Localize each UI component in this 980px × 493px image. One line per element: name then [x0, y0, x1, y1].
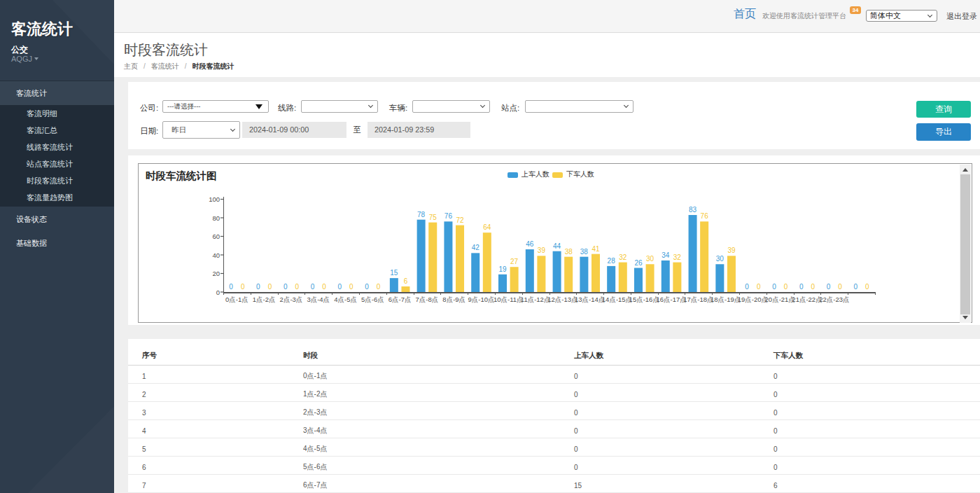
svg-text:0: 0: [838, 283, 842, 291]
svg-text:27: 27: [510, 258, 519, 265]
svg-text:0: 0: [811, 283, 816, 291]
svg-text:0: 0: [772, 283, 776, 291]
svg-text:32: 32: [673, 254, 682, 261]
svg-text:20: 20: [212, 270, 220, 277]
svg-text:0: 0: [284, 283, 288, 291]
svg-text:0: 0: [799, 283, 804, 291]
svg-text:7点-8点: 7点-8点: [416, 296, 439, 303]
svg-text:32: 32: [619, 254, 627, 261]
svg-text:0: 0: [311, 283, 315, 291]
svg-text:0: 0: [241, 283, 245, 291]
svg-text:1点-2点: 1点-2点: [253, 296, 276, 303]
svg-text:0: 0: [745, 283, 749, 291]
svg-text:30: 30: [716, 255, 724, 263]
svg-text:39: 39: [538, 246, 546, 254]
svg-text:83: 83: [689, 206, 697, 214]
svg-text:38: 38: [565, 248, 573, 256]
svg-text:0: 0: [854, 283, 858, 291]
svg-text:0: 0: [229, 283, 233, 291]
svg-text:19点-20点: 19点-20点: [738, 296, 768, 303]
svg-text:15: 15: [390, 269, 398, 277]
svg-text:44: 44: [553, 242, 561, 250]
svg-text:0: 0: [377, 283, 381, 291]
svg-text:39: 39: [727, 246, 736, 254]
svg-text:78: 78: [417, 211, 426, 218]
svg-text:2点-3点: 2点-3点: [280, 296, 303, 303]
svg-text:75: 75: [429, 214, 438, 221]
svg-text:38: 38: [580, 248, 589, 256]
svg-text:6: 6: [404, 277, 408, 285]
svg-text:30: 30: [646, 255, 654, 263]
svg-text:0: 0: [784, 283, 788, 291]
svg-text:13点-14点: 13点-14点: [575, 296, 605, 303]
svg-text:16点-17点: 16点-17点: [656, 296, 686, 303]
svg-text:42: 42: [472, 244, 480, 251]
svg-text:0: 0: [268, 283, 272, 291]
svg-text:28: 28: [608, 257, 616, 265]
svg-text:6点-7点: 6点-7点: [388, 296, 412, 303]
svg-text:4点-5点: 4点-5点: [334, 296, 357, 303]
svg-text:21点-22点: 21点-22点: [792, 296, 822, 303]
svg-text:60: 60: [212, 232, 220, 240]
svg-text:15点-16点: 15点-16点: [629, 296, 659, 303]
svg-text:3点-4点: 3点-4点: [307, 296, 330, 303]
svg-text:0: 0: [365, 283, 369, 291]
svg-text:5点-6点: 5点-6点: [361, 296, 384, 303]
svg-text:11点-12点: 11点-12点: [521, 296, 551, 303]
svg-text:12点-13点: 12点-13点: [547, 296, 578, 303]
svg-text:20点-21点: 20点-21点: [765, 296, 795, 303]
svg-text:72: 72: [456, 216, 464, 224]
svg-text:64: 64: [483, 223, 491, 231]
svg-text:0: 0: [349, 283, 354, 291]
svg-text:0: 0: [256, 283, 260, 291]
svg-text:0: 0: [827, 283, 831, 291]
svg-text:26: 26: [634, 259, 643, 267]
svg-text:18点-19点: 18点-19点: [710, 296, 741, 303]
svg-text:100: 100: [209, 195, 220, 203]
svg-text:34: 34: [662, 251, 670, 259]
svg-text:0: 0: [295, 283, 299, 291]
svg-text:76: 76: [701, 212, 709, 220]
svg-text:76: 76: [444, 212, 453, 220]
svg-text:46: 46: [526, 240, 534, 248]
svg-text:0: 0: [216, 289, 220, 296]
svg-text:0: 0: [757, 283, 761, 291]
svg-text:0: 0: [865, 283, 869, 291]
svg-text:0点-1点: 0点-1点: [225, 296, 248, 303]
svg-text:80: 80: [212, 214, 220, 222]
svg-text:14点-15点: 14点-15点: [602, 296, 632, 303]
svg-text:0: 0: [337, 283, 342, 291]
svg-text:8点-9点: 8点-9点: [442, 296, 465, 303]
svg-text:17点-18点: 17点-18点: [683, 296, 713, 303]
svg-text:10点-11点: 10点-11点: [493, 296, 524, 303]
svg-text:9点-10点: 9点-10点: [468, 296, 495, 303]
svg-text:40: 40: [212, 251, 220, 259]
svg-text:0: 0: [322, 283, 326, 291]
svg-text:41: 41: [592, 245, 600, 253]
svg-text:22点-23点: 22点-23点: [819, 296, 849, 303]
svg-text:19: 19: [498, 265, 507, 273]
